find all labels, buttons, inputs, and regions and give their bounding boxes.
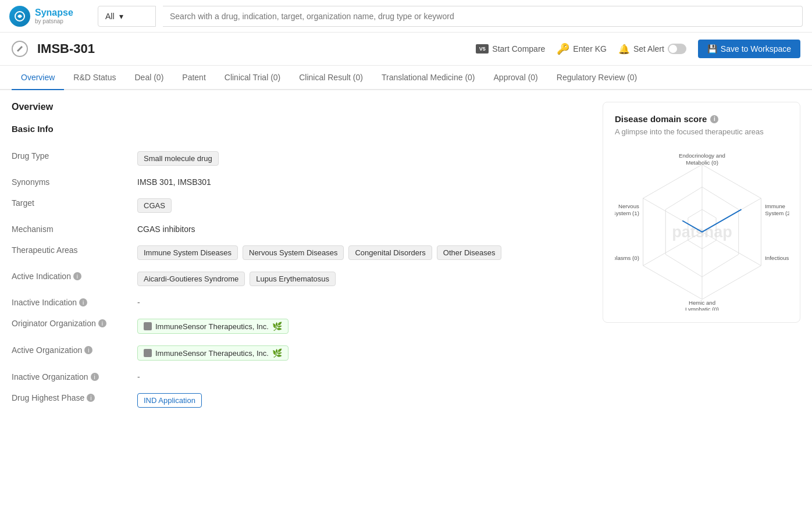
tab-rd-status[interactable]: R&D Status xyxy=(64,66,125,90)
svg-text:System (1): System (1) xyxy=(615,210,639,216)
header: Synapse by patsnap All ▾ xyxy=(0,0,812,33)
logo-sub-text: by patsnap xyxy=(35,18,73,24)
inactive-org-label: Inactive Organization i xyxy=(12,372,128,381)
therapeutic-tag-1: Nervous System Diseases xyxy=(243,245,344,260)
target-value: CGAS xyxy=(137,198,591,213)
originator-org-label: Originator Organization i xyxy=(12,319,128,328)
alert-toggle[interactable] xyxy=(668,44,686,54)
svg-text:Infectious (0): Infectious (0) xyxy=(765,255,789,261)
set-alert-button[interactable]: 🔔 Set Alert xyxy=(618,44,686,55)
disease-panel-title: Disease domain score i xyxy=(615,114,788,124)
inactive-org-value: - xyxy=(137,372,591,381)
target-tag[interactable]: CGAS xyxy=(137,198,172,213)
tab-patent[interactable]: Patent xyxy=(173,66,215,90)
svg-text:Immune: Immune xyxy=(765,203,785,209)
tab-deal[interactable]: Deal (0) xyxy=(126,66,173,90)
logo-icon xyxy=(9,6,30,27)
main-content: Overview Basic Info Drug Type Small mole… xyxy=(0,90,812,425)
content-left: Overview Basic Info Drug Type Small mole… xyxy=(12,102,591,413)
logo-text: Synapse by patsnap xyxy=(35,8,73,24)
therapeutic-areas-value: Immune System Diseases Nervous System Di… xyxy=(137,245,591,260)
toggle-knob xyxy=(669,45,677,53)
active-org-name: ImmuneSensor Therapeutics, Inc. xyxy=(155,349,269,358)
active-org-building-icon xyxy=(144,349,152,357)
inactive-indication-value: - xyxy=(137,298,591,307)
start-compare-label: Start Compare xyxy=(492,44,545,54)
synonyms-value: IMSB 301, IMSB301 xyxy=(137,177,591,187)
radar-chart: patsnap xyxy=(615,148,789,311)
active-indication-label: Active Indication i xyxy=(12,272,128,281)
svg-text:Nervous: Nervous xyxy=(618,203,639,209)
enter-kg-button[interactable]: 🔑 Enter KG xyxy=(557,42,607,55)
drug-title: IMSB-301 xyxy=(37,41,466,56)
originator-org-help-icon[interactable]: i xyxy=(98,319,106,327)
inactive-org-row: Inactive Organization i - xyxy=(12,366,591,387)
synonyms-row: Synonyms IMSB 301, IMSB301 xyxy=(12,172,591,192)
drug-highest-phase-label: Drug Highest Phase i xyxy=(12,393,128,402)
therapeutic-tag-2: Congenital Disorders xyxy=(348,245,432,260)
mechanism-value: CGAS inhibitors xyxy=(137,224,591,234)
logo-main-text: Synapse xyxy=(35,8,73,18)
tab-approval[interactable]: Approval (0) xyxy=(485,66,547,90)
originator-org-value: ImmuneSensor Therapeutics, Inc. 🌿 xyxy=(137,319,591,334)
tab-clinical-trial[interactable]: Clinical Trial (0) xyxy=(215,66,290,90)
originator-org-name: ImmuneSensor Therapeutics, Inc. xyxy=(155,322,269,331)
drug-highest-phase-help-icon[interactable]: i xyxy=(87,394,95,402)
disease-domain-help-icon[interactable]: i xyxy=(710,115,718,123)
active-indication-value: Aicardi-Goutieres Syndrome Lupus Erythem… xyxy=(137,272,591,286)
search-type-dropdown[interactable]: All ▾ xyxy=(98,6,156,27)
basic-info-title: Basic Info xyxy=(12,124,591,134)
target-row: Target CGAS xyxy=(12,192,591,219)
originator-org-row: Originator Organization i ImmuneSensor T… xyxy=(12,313,591,340)
therapeutic-areas-row: Therapeutic Areas Immune System Diseases… xyxy=(12,240,591,266)
svg-text:Endocrinology and: Endocrinology and xyxy=(679,152,725,159)
disease-domain-panel: Disease domain score i A glimpse into th… xyxy=(603,102,800,323)
indication-tag-1: Lupus Erythematosus xyxy=(250,272,336,286)
save-workspace-label: Save to Workspace xyxy=(721,44,791,54)
save-icon: 💾 xyxy=(707,44,717,54)
inactive-indication-help-icon[interactable]: i xyxy=(79,298,87,306)
tab-clinical-result[interactable]: Clinical Result (0) xyxy=(290,66,372,90)
drug-type-tag: Small molecule drug xyxy=(137,151,219,166)
svg-text:Metabolic (0): Metabolic (0) xyxy=(686,159,718,166)
drug-highest-phase-value: IND Application xyxy=(137,393,591,408)
start-compare-button[interactable]: V5 Start Compare xyxy=(476,44,545,54)
enter-kg-label: Enter KG xyxy=(573,44,607,54)
tab-translational-medicine[interactable]: Translational Medicine (0) xyxy=(372,66,485,90)
drug-type-row: Drug Type Small molecule drug xyxy=(12,145,591,172)
drug-edit-icon xyxy=(12,41,28,57)
svg-text:Hemic and: Hemic and xyxy=(689,299,715,306)
active-indication-help-icon[interactable]: i xyxy=(73,272,81,280)
section-overview-title: Overview xyxy=(12,102,591,112)
active-indication-row: Active Indication i Aicardi-Goutieres Sy… xyxy=(12,266,591,292)
drug-highest-phase-row: Drug Highest Phase i IND Application xyxy=(12,387,591,413)
chevron-down-icon: ▾ xyxy=(119,12,123,21)
target-label: Target xyxy=(12,198,128,208)
search-input[interactable] xyxy=(163,6,803,27)
svg-rect-5 xyxy=(147,353,149,356)
svg-text:System (2): System (2) xyxy=(765,210,789,216)
tab-regulatory-review[interactable]: Regulatory Review (0) xyxy=(547,66,647,90)
therapeutic-tag-0: Immune System Diseases xyxy=(137,245,238,260)
svg-rect-2 xyxy=(147,326,149,329)
inactive-indication-label: Inactive Indication i xyxy=(12,298,128,307)
active-org-tag[interactable]: ImmuneSensor Therapeutics, Inc. 🌿 xyxy=(137,345,289,361)
tab-overview[interactable]: Overview xyxy=(12,66,64,90)
drug-type-label: Drug Type xyxy=(12,151,128,161)
active-org-row: Active Organization i ImmuneSensor Thera… xyxy=(12,340,591,366)
radar-svg: patsnap xyxy=(615,148,789,311)
originator-org-tag[interactable]: ImmuneSensor Therapeutics, Inc. 🌿 xyxy=(137,319,289,334)
synonyms-label: Synonyms xyxy=(12,177,128,187)
org-building-icon xyxy=(144,322,152,330)
tabs-bar: Overview R&D Status Deal (0) Patent Clin… xyxy=(0,66,812,90)
action-buttons-group: V5 Start Compare 🔑 Enter KG 🔔 Set Alert … xyxy=(476,40,800,58)
inactive-indication-row: Inactive Indication i - xyxy=(12,292,591,313)
drug-header: IMSB-301 V5 Start Compare 🔑 Enter KG 🔔 S… xyxy=(0,33,812,66)
active-org-label: Active Organization i xyxy=(12,345,128,355)
save-workspace-button[interactable]: 💾 Save to Workspace xyxy=(698,40,800,58)
alert-icon: 🔔 xyxy=(618,44,630,55)
active-org-help-icon[interactable]: i xyxy=(84,346,92,354)
inactive-org-help-icon[interactable]: i xyxy=(91,373,99,381)
mechanism-row: Mechanism CGAS inhibitors xyxy=(12,219,591,240)
kg-icon: 🔑 xyxy=(557,42,569,55)
